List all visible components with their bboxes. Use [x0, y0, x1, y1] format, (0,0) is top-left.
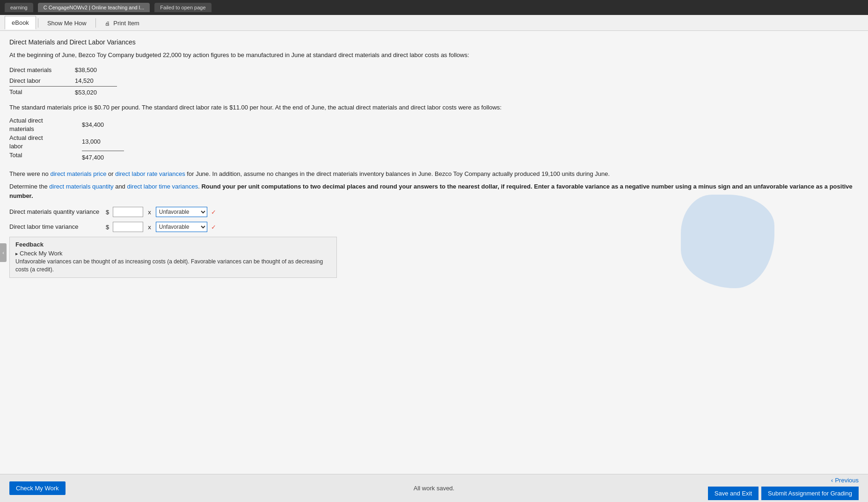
link-dl-time[interactable]: direct labor time variances — [127, 183, 198, 190]
dm-times-sign: x — [148, 209, 151, 216]
dm-dollar-sign: $ — [106, 209, 109, 216]
dl-times-sign: x — [148, 224, 151, 231]
dm-quantity-variance-row: Direct materials quantity variance $ x U… — [9, 207, 859, 217]
actual-row-total: Total $47,400 — [9, 151, 859, 164]
bottom-bar: Check My Work All work saved. ‹ Previous… — [0, 474, 868, 502]
budget-value-total: $53,020 — [75, 86, 117, 98]
page-title: Direct Materials and Direct Labor Varian… — [9, 38, 859, 46]
budget-table: Direct materials $38,500 Direct labor 14… — [9, 65, 859, 98]
browser-tab-failed[interactable]: Failed to open page — [154, 3, 211, 12]
bottom-right-nav: ‹ Previous Save and Exit Submit Assignme… — [708, 477, 859, 500]
browser-tab-cengage[interactable]: C CengageNOWv2 | Online teaching and l..… — [38, 3, 150, 12]
all-work-saved-text: All work saved. — [414, 485, 454, 492]
dl-check-mark: ✓ — [211, 224, 216, 231]
budget-value-0: $38,500 — [75, 65, 117, 75]
check-my-work-button[interactable]: Check My Work — [9, 481, 66, 495]
actual-value-total: $47,400 — [82, 151, 124, 164]
check-my-work-link[interactable]: Check My Work — [15, 250, 331, 257]
actual-label-0: Actual direct materials — [9, 116, 82, 133]
dm-quantity-input[interactable] — [113, 207, 143, 217]
main-content: ‹ Direct Materials and Direct Labor Vari… — [0, 31, 868, 474]
feedback-box: Feedback Check My Work Unfavorable varia… — [9, 237, 337, 278]
actual-row-0: Actual direct materials $34,400 — [9, 116, 859, 133]
print-icon: 🖨 — [105, 21, 110, 26]
sidebar-collapse-btn[interactable]: ‹ — [0, 243, 7, 262]
budget-label-total: Total — [9, 86, 75, 98]
dl-time-label: Direct labor time variance — [9, 223, 103, 231]
link-direct-materials-price[interactable]: direct materials price — [50, 170, 106, 177]
no-variances-text: There were no direct materials price or … — [9, 169, 859, 179]
previous-label: Previous — [835, 477, 859, 484]
budget-label-1: Direct labor — [9, 75, 75, 86]
standard-text: The standard materials price is $0.70 pe… — [9, 103, 859, 112]
dl-time-select[interactable]: Unfavorable Favorable — [156, 222, 207, 232]
feedback-text: Unfavorable variances can be thought of … — [15, 258, 331, 274]
link-dm-quantity[interactable]: direct materials quantity — [49, 183, 113, 190]
app-toolbar: eBook Show Me How 🖨 Print Item — [0, 15, 868, 31]
dm-check-mark: ✓ — [211, 209, 216, 216]
actual-value-1: 13,000 — [82, 134, 124, 151]
browser-tab-earning[interactable]: earning — [5, 3, 33, 12]
dm-quantity-select[interactable]: Unfavorable Favorable — [156, 207, 207, 217]
budget-value-1: 14,520 — [75, 75, 117, 86]
intro-text: At the beginning of June, Bezco Toy Comp… — [9, 51, 859, 60]
tab-show-me-how[interactable]: Show Me How — [40, 16, 94, 29]
submit-button[interactable]: Submit Assignment for Grading — [761, 487, 859, 500]
actual-label-total: Total — [9, 151, 82, 164]
determine-text: Determine the direct materials quantity … — [9, 182, 859, 200]
budget-row-0: Direct materials $38,500 — [9, 65, 859, 75]
browser-bar: earning C CengageNOWv2 | Online teaching… — [0, 0, 868, 15]
dm-quantity-label: Direct materials quantity variance — [9, 208, 103, 216]
actual-value-0: $34,400 — [82, 116, 124, 133]
budget-row-total: Total $53,020 — [9, 86, 859, 98]
tab-divider-2 — [95, 18, 96, 28]
previous-button[interactable]: ‹ Previous — [831, 477, 859, 484]
feedback-title: Feedback — [15, 241, 331, 248]
previous-chevron-icon: ‹ — [831, 477, 833, 484]
bottom-buttons: Save and Exit Submit Assignment for Grad… — [708, 487, 859, 500]
actual-table: Actual direct materials $34,400 Actual d… — [9, 116, 859, 163]
tab-ebook[interactable]: eBook — [5, 16, 36, 29]
budget-row-1: Direct labor 14,520 — [9, 75, 859, 86]
save-exit-button[interactable]: Save and Exit — [708, 487, 759, 500]
actual-row-1: Actual direct labor 13,000 — [9, 134, 859, 151]
tab-print-item[interactable]: 🖨 Print Item — [98, 16, 146, 29]
dl-time-input[interactable] — [113, 222, 143, 232]
link-direct-labor-rate[interactable]: direct labor rate variances — [115, 170, 185, 177]
actual-label-1: Actual direct labor — [9, 134, 82, 151]
tab-divider-1 — [38, 18, 38, 28]
dl-dollar-sign: $ — [106, 224, 109, 231]
budget-label-0: Direct materials — [9, 65, 75, 75]
dl-time-variance-row: Direct labor time variance $ x Unfavorab… — [9, 222, 859, 232]
